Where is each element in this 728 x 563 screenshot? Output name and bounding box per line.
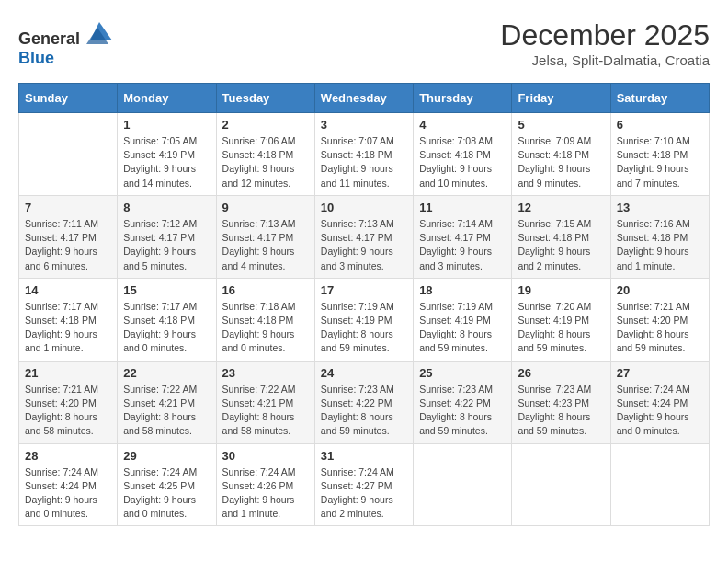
week-row-3: 14Sunrise: 7:17 AMSunset: 4:18 PMDayligh…	[19, 278, 710, 361]
calendar-cell: 13Sunrise: 7:16 AMSunset: 4:18 PMDayligh…	[610, 195, 709, 278]
calendar-cell	[19, 113, 118, 196]
cell-info: Sunrise: 7:16 AMSunset: 4:18 PMDaylight:…	[617, 217, 703, 273]
day-number: 23	[222, 366, 309, 380]
calendar-cell: 21Sunrise: 7:21 AMSunset: 4:20 PMDayligh…	[19, 361, 118, 443]
calendar-cell: 1Sunrise: 7:05 AMSunset: 4:19 PMDaylight…	[118, 113, 216, 196]
calendar-cell: 31Sunrise: 7:24 AMSunset: 4:27 PMDayligh…	[314, 443, 413, 526]
cell-info: Sunrise: 7:24 AMSunset: 4:24 PMDaylight:…	[25, 465, 111, 522]
logo-blue: Blue	[18, 49, 54, 67]
cell-info: Sunrise: 7:24 AMSunset: 4:27 PMDaylight:…	[321, 465, 407, 522]
calendar-cell: 16Sunrise: 7:18 AMSunset: 4:18 PMDayligh…	[216, 278, 314, 361]
logo-text: General Blue	[18, 18, 112, 68]
calendar-cell: 20Sunrise: 7:21 AMSunset: 4:20 PMDayligh…	[610, 278, 709, 361]
calendar-cell: 17Sunrise: 7:19 AMSunset: 4:19 PMDayligh…	[314, 278, 413, 361]
cell-info: Sunrise: 7:21 AMSunset: 4:20 PMDaylight:…	[25, 383, 111, 439]
cell-info: Sunrise: 7:13 AMSunset: 4:17 PMDaylight:…	[222, 217, 309, 273]
cell-info: Sunrise: 7:09 AMSunset: 4:18 PMDaylight:…	[518, 134, 604, 190]
week-row-1: 1Sunrise: 7:05 AMSunset: 4:19 PMDaylight…	[19, 113, 710, 196]
week-row-4: 21Sunrise: 7:21 AMSunset: 4:20 PMDayligh…	[19, 361, 710, 443]
cell-info: Sunrise: 7:18 AMSunset: 4:18 PMDaylight:…	[222, 300, 309, 356]
col-header-friday: Friday	[512, 84, 610, 113]
day-number: 9	[222, 201, 309, 214]
day-number: 13	[617, 201, 703, 214]
cell-info: Sunrise: 7:22 AMSunset: 4:21 PMDaylight:…	[222, 383, 309, 439]
cell-info: Sunrise: 7:21 AMSunset: 4:20 PMDaylight:…	[617, 300, 703, 356]
calendar-cell: 18Sunrise: 7:19 AMSunset: 4:19 PMDayligh…	[414, 278, 512, 361]
calendar-cell: 28Sunrise: 7:24 AMSunset: 4:24 PMDayligh…	[19, 443, 118, 526]
month-title: December 2025	[500, 18, 710, 52]
calendar-cell: 3Sunrise: 7:07 AMSunset: 4:18 PMDaylight…	[314, 113, 413, 196]
cell-info: Sunrise: 7:07 AMSunset: 4:18 PMDaylight:…	[321, 134, 407, 190]
calendar-cell	[414, 443, 512, 526]
day-number: 2	[222, 118, 309, 132]
day-number: 17	[321, 283, 407, 297]
cell-info: Sunrise: 7:08 AMSunset: 4:18 PMDaylight:…	[419, 134, 506, 190]
day-number: 26	[518, 366, 604, 380]
calendar-cell: 4Sunrise: 7:08 AMSunset: 4:18 PMDaylight…	[414, 113, 512, 196]
day-number: 28	[25, 449, 111, 463]
day-number: 6	[617, 118, 703, 132]
cell-info: Sunrise: 7:23 AMSunset: 4:22 PMDaylight:…	[321, 383, 407, 439]
calendar-cell: 8Sunrise: 7:12 AMSunset: 4:17 PMDaylight…	[118, 195, 216, 278]
header-row: SundayMondayTuesdayWednesdayThursdayFrid…	[19, 84, 710, 113]
day-number: 1	[123, 118, 210, 132]
calendar-cell: 10Sunrise: 7:13 AMSunset: 4:17 PMDayligh…	[314, 195, 413, 278]
day-number: 30	[222, 449, 309, 463]
col-header-thursday: Thursday	[414, 84, 512, 113]
day-number: 12	[518, 201, 604, 214]
calendar-cell: 22Sunrise: 7:22 AMSunset: 4:21 PMDayligh…	[118, 361, 216, 443]
cell-info: Sunrise: 7:19 AMSunset: 4:19 PMDaylight:…	[321, 300, 407, 356]
col-header-saturday: Saturday	[610, 84, 709, 113]
cell-info: Sunrise: 7:23 AMSunset: 4:23 PMDaylight:…	[518, 383, 604, 439]
calendar-cell: 23Sunrise: 7:22 AMSunset: 4:21 PMDayligh…	[216, 361, 314, 443]
logo-icon	[86, 18, 112, 44]
cell-info: Sunrise: 7:06 AMSunset: 4:18 PMDaylight:…	[222, 134, 309, 190]
calendar-cell	[512, 443, 610, 526]
calendar-cell: 12Sunrise: 7:15 AMSunset: 4:18 PMDayligh…	[512, 195, 610, 278]
calendar-cell: 24Sunrise: 7:23 AMSunset: 4:22 PMDayligh…	[314, 361, 413, 443]
day-number: 24	[321, 366, 407, 380]
cell-info: Sunrise: 7:13 AMSunset: 4:17 PMDaylight:…	[321, 217, 407, 273]
cell-info: Sunrise: 7:23 AMSunset: 4:22 PMDaylight:…	[419, 383, 506, 439]
logo-general: General	[18, 29, 80, 48]
calendar-cell: 19Sunrise: 7:20 AMSunset: 4:19 PMDayligh…	[512, 278, 610, 361]
cell-info: Sunrise: 7:20 AMSunset: 4:19 PMDaylight:…	[518, 300, 604, 356]
cell-info: Sunrise: 7:22 AMSunset: 4:21 PMDaylight:…	[123, 383, 210, 439]
day-number: 3	[321, 118, 407, 132]
col-header-wednesday: Wednesday	[314, 84, 413, 113]
day-number: 31	[321, 449, 407, 463]
cell-info: Sunrise: 7:11 AMSunset: 4:17 PMDaylight:…	[25, 217, 111, 273]
day-number: 29	[123, 449, 210, 463]
calendar-cell: 26Sunrise: 7:23 AMSunset: 4:23 PMDayligh…	[512, 361, 610, 443]
calendar-cell: 5Sunrise: 7:09 AMSunset: 4:18 PMDaylight…	[512, 113, 610, 196]
calendar-cell: 30Sunrise: 7:24 AMSunset: 4:26 PMDayligh…	[216, 443, 314, 526]
cell-info: Sunrise: 7:24 AMSunset: 4:26 PMDaylight:…	[222, 465, 309, 522]
calendar-table: SundayMondayTuesdayWednesdayThursdayFrid…	[18, 83, 710, 526]
calendar-cell: 6Sunrise: 7:10 AMSunset: 4:18 PMDaylight…	[610, 113, 709, 196]
calendar-cell: 14Sunrise: 7:17 AMSunset: 4:18 PMDayligh…	[19, 278, 118, 361]
week-row-5: 28Sunrise: 7:24 AMSunset: 4:24 PMDayligh…	[19, 443, 710, 526]
day-number: 16	[222, 283, 309, 297]
col-header-monday: Monday	[118, 84, 216, 113]
cell-info: Sunrise: 7:14 AMSunset: 4:17 PMDaylight:…	[419, 217, 506, 273]
day-number: 21	[25, 366, 111, 380]
day-number: 18	[419, 283, 506, 297]
day-number: 20	[617, 283, 703, 297]
cell-info: Sunrise: 7:10 AMSunset: 4:18 PMDaylight:…	[617, 134, 703, 190]
week-row-2: 7Sunrise: 7:11 AMSunset: 4:17 PMDaylight…	[19, 195, 710, 278]
calendar-cell: 15Sunrise: 7:17 AMSunset: 4:18 PMDayligh…	[118, 278, 216, 361]
day-number: 19	[518, 283, 604, 297]
title-area: December 2025 Jelsa, Split-Dalmatia, Cro…	[500, 18, 710, 68]
day-number: 11	[419, 201, 506, 214]
cell-info: Sunrise: 7:17 AMSunset: 4:18 PMDaylight:…	[123, 300, 210, 356]
cell-info: Sunrise: 7:19 AMSunset: 4:19 PMDaylight:…	[419, 300, 506, 356]
cell-info: Sunrise: 7:24 AMSunset: 4:25 PMDaylight:…	[123, 465, 210, 522]
header: General Blue December 2025 Jelsa, Split-…	[18, 18, 710, 68]
calendar-cell: 7Sunrise: 7:11 AMSunset: 4:17 PMDaylight…	[19, 195, 118, 278]
day-number: 4	[419, 118, 506, 132]
day-number: 7	[25, 201, 111, 214]
calendar-cell	[610, 443, 709, 526]
day-number: 8	[123, 201, 210, 214]
day-number: 5	[518, 118, 604, 132]
cell-info: Sunrise: 7:05 AMSunset: 4:19 PMDaylight:…	[123, 134, 210, 190]
